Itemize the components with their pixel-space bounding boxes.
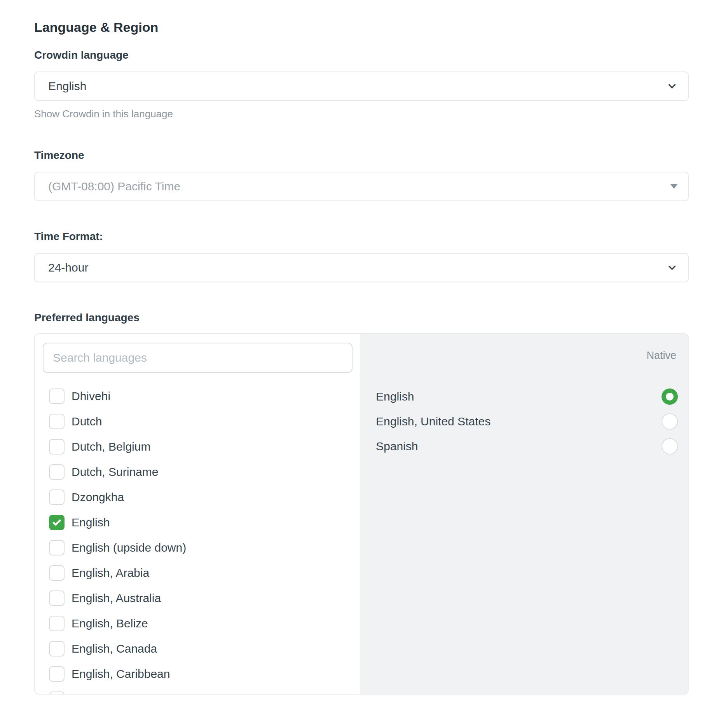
language-option-row[interactable]: Dutch, Belgium — [43, 434, 353, 460]
search-languages-input[interactable] — [43, 343, 353, 373]
selected-language-label: Spanish — [376, 440, 418, 453]
language-option-label: English, China — [72, 693, 147, 695]
language-checkbox[interactable] — [49, 515, 65, 530]
triangle-down-icon — [670, 184, 678, 189]
language-option-label: English, Canada — [72, 642, 157, 655]
language-option-row[interactable]: English, Belize — [43, 611, 353, 636]
language-option-label: English, Belize — [72, 617, 148, 630]
language-option-row[interactable]: Dutch, Suriname — [43, 460, 353, 485]
language-checkbox[interactable] — [49, 464, 65, 480]
language-option-row[interactable]: English, Australia — [43, 586, 353, 611]
language-option-label: Dzongkha — [72, 491, 124, 504]
time-format-select[interactable]: 24-hour — [34, 253, 689, 282]
language-option-row[interactable]: English, Caribbean — [43, 662, 353, 687]
native-column-header: Native — [376, 350, 678, 362]
selected-language-label: English — [376, 390, 414, 403]
time-format-label: Time Format: — [34, 231, 689, 243]
chevron-down-icon — [666, 80, 678, 92]
language-option-label: Dutch — [72, 415, 102, 428]
language-checkbox[interactable] — [49, 489, 65, 505]
language-checkbox[interactable] — [49, 616, 65, 631]
language-option-row[interactable]: Dutch — [43, 409, 353, 434]
language-option-label: English, Arabia — [72, 566, 149, 580]
selected-language-row: English, United States — [376, 409, 678, 434]
page-title: Language & Region — [34, 20, 689, 35]
language-checkbox[interactable] — [49, 641, 65, 657]
selected-language-row: Spanish — [376, 434, 678, 459]
language-option-row[interactable]: English (upside down) — [43, 535, 353, 561]
language-options-panel: Dhivehi Dutch Dutch, Belgium Dutch, Suri… — [35, 334, 360, 694]
native-radio[interactable] — [662, 388, 678, 405]
selected-languages-list: English English, United States Spanish — [376, 384, 678, 459]
language-option-label: English (upside down) — [72, 541, 186, 554]
language-option-row[interactable]: Dhivehi — [43, 384, 353, 409]
settings-page: Language & Region Crowdin language Engli… — [34, 20, 689, 695]
language-checkbox[interactable] — [49, 666, 65, 682]
language-option-label: English, Caribbean — [72, 667, 170, 681]
language-option-label: Dutch, Suriname — [72, 465, 158, 479]
language-option-row[interactable]: English, Canada — [43, 636, 353, 662]
language-option-row[interactable]: Dzongkha — [43, 485, 353, 510]
crowdin-language-label: Crowdin language — [34, 49, 689, 61]
language-option-row[interactable]: English, Arabia — [43, 561, 353, 586]
language-option-label: Dhivehi — [72, 390, 110, 403]
selected-languages-panel: Native English English, United States Sp… — [360, 334, 688, 694]
language-option-row[interactable]: English, China — [43, 687, 353, 695]
language-checkbox[interactable] — [49, 565, 65, 581]
language-checkbox[interactable] — [49, 414, 65, 429]
language-checkbox[interactable] — [49, 540, 65, 556]
language-checkbox[interactable] — [49, 590, 65, 606]
native-radio[interactable] — [662, 438, 678, 455]
preferred-languages-label: Preferred languages — [34, 312, 689, 324]
timezone-label: Timezone — [34, 150, 689, 162]
language-option-label: Dutch, Belgium — [72, 440, 150, 453]
chevron-down-icon — [666, 262, 678, 273]
timezone-select[interactable]: (GMT-08:00) Pacific Time — [34, 172, 689, 201]
crowdin-language-value: English — [48, 80, 86, 93]
time-format-value: 24-hour — [48, 261, 88, 274]
language-checkbox[interactable] — [49, 439, 65, 455]
selected-language-label: English, United States — [376, 415, 491, 428]
crowdin-language-select[interactable]: English — [34, 71, 689, 101]
check-icon — [51, 517, 62, 528]
crowdin-language-help: Show Crowdin in this language — [34, 108, 689, 120]
language-checkbox[interactable] — [49, 691, 65, 695]
language-option-row[interactable]: English — [43, 510, 353, 535]
language-options-list: Dhivehi Dutch Dutch, Belgium Dutch, Suri… — [43, 384, 353, 695]
language-option-label: English, Australia — [72, 592, 161, 605]
language-checkbox[interactable] — [49, 388, 65, 404]
selected-language-row: English — [376, 384, 678, 409]
native-radio[interactable] — [662, 413, 678, 430]
timezone-value: (GMT-08:00) Pacific Time — [48, 180, 180, 193]
language-option-label: English — [72, 516, 110, 529]
preferred-languages-widget: Dhivehi Dutch Dutch, Belgium Dutch, Suri… — [34, 333, 689, 695]
